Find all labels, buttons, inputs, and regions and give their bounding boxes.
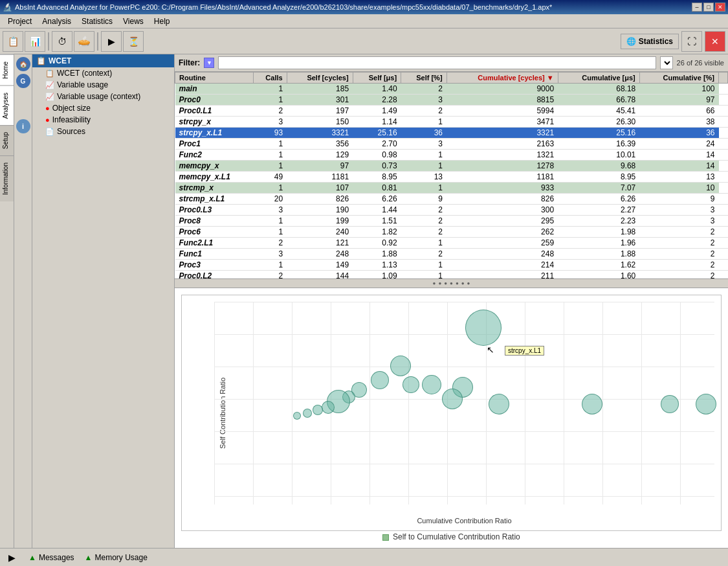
cell-value: 149 (287, 260, 353, 271)
chart-bubble[interactable] (390, 356, 411, 376)
chart-bubble[interactable] (293, 412, 301, 420)
chart-bubble[interactable] (313, 405, 323, 415)
cell-value: 1 (401, 150, 447, 161)
table-row[interactable]: Proc811991.5122952.233 (175, 216, 728, 227)
chart-bubble[interactable] (403, 376, 419, 393)
info-icon-btn[interactable]: i (16, 119, 30, 133)
cell-value: 2 (401, 84, 447, 95)
table-row[interactable]: Proc311491.1312141.622 (175, 260, 728, 271)
col-header-cum-cycles[interactable]: Cumulative [cycles] ▼ (447, 73, 558, 84)
table-row[interactable]: Proc013012.283881566.7897 (175, 95, 728, 106)
menu-views[interactable]: Views (118, 16, 149, 27)
nav-header-label: WCET (49, 56, 71, 65)
toolbar-btn-4[interactable]: 🥧 (74, 31, 94, 52)
chart-inner: strcpy_x.L1↖ (214, 302, 714, 504)
nav-item-variable-usage-context[interactable]: 📈 Variable usage (context) (32, 91, 174, 102)
col-header-routine[interactable]: Routine (175, 73, 254, 84)
nav-icon-infeasibility: ● (45, 116, 50, 124)
table-row[interactable]: Proc612401.8222621.982 (175, 227, 728, 238)
table-row[interactable]: strcpy_x31501.141347126.3038 (175, 117, 728, 128)
toolbar-close-btn[interactable]: ✕ (705, 31, 725, 52)
cell-value: 0.73 (353, 161, 401, 172)
play-button[interactable]: ▶ (5, 551, 18, 564)
home-icon-btn[interactable]: 🏠 (16, 57, 30, 71)
cell-value: 2 (639, 227, 718, 238)
table-row[interactable]: Func211290.981132110.0114 (175, 150, 728, 161)
chart-bubble[interactable] (371, 371, 389, 389)
analyses-icon-btn[interactable]: G (16, 74, 30, 88)
chart-bubble[interactable] (489, 394, 509, 414)
toolbar-btn-2[interactable]: 📊 (25, 31, 45, 52)
cell-value: 3 (253, 249, 287, 260)
table-row[interactable]: main11851.402900068.18100 (175, 84, 728, 95)
tab-setup[interactable]: Setup (0, 125, 14, 155)
toolbar-btn-3[interactable]: ⏱ (52, 31, 72, 52)
col-header-calls[interactable]: Calls (253, 73, 287, 84)
cell-value: 1 (401, 238, 447, 249)
toolbar-btn-1[interactable]: 📋 (3, 31, 23, 52)
chart-bubble[interactable] (422, 375, 441, 394)
nav-item-infeasibility[interactable]: ● Infeasibility (32, 114, 174, 126)
maximize-button[interactable]: □ (703, 3, 714, 12)
chart-x-label: Cumulative Contribution Ratio (417, 517, 511, 525)
chart-legend: Self to Cumulative Contribution Ratio (181, 532, 722, 541)
col-header-self-pct[interactable]: Self [%] (401, 73, 447, 84)
cell-value: 93 (253, 128, 287, 139)
main-layout: Home Analyses Setup Information 🏠 G i 📋 … (0, 54, 728, 548)
cell-value: 9 (639, 194, 718, 205)
table-row[interactable]: Proc113562.703216316.3924 (175, 139, 728, 150)
chart-bubble[interactable] (661, 395, 679, 413)
chart-bubble[interactable] (303, 409, 312, 418)
chart-tooltip: strcpy_x.L1 (505, 346, 544, 356)
cell-value: 8.95 (353, 172, 401, 183)
menu-help[interactable]: Help (149, 16, 175, 27)
col-header-cum-pct[interactable]: Cumulative [%] (639, 73, 718, 84)
table-row[interactable]: memcpy_x1970.73112789.6814 (175, 161, 728, 172)
menu-analysis[interactable]: Analysis (37, 16, 76, 27)
cell-value: 1.62 (558, 260, 639, 271)
nav-item-sources[interactable]: 📄 Sources (32, 126, 174, 137)
table-row[interactable]: strcpy_x.L193332125.1636332125.1636 (175, 128, 728, 139)
chart-bubble[interactable] (582, 394, 602, 414)
filter-input[interactable] (218, 56, 656, 69)
close-button[interactable]: ✕ (715, 3, 725, 12)
tab-home[interactable]: Home (0, 54, 14, 85)
col-header-self-cycles[interactable]: Self [cycles] (287, 73, 353, 84)
chart-bubble[interactable] (465, 310, 502, 346)
toolbar-btn-5[interactable]: ▶ (101, 31, 122, 52)
cell-routine: strcpy_x (175, 117, 254, 128)
table-row[interactable]: memcpy_x.L14911818.951311818.9513 (175, 172, 728, 183)
table-row[interactable]: Proc0.L121971.492599445.4166 (175, 106, 728, 117)
chart-bubble[interactable] (442, 389, 463, 409)
cell-value: 190 (287, 205, 353, 216)
nav-item-wcet-context[interactable]: 📋 WCET (context) (32, 67, 174, 79)
toolbar-resize-btn[interactable]: ⛶ (681, 31, 702, 52)
nav-item-variable-usage[interactable]: 📈 Variable usage (32, 79, 174, 91)
cell-value: 1.44 (353, 205, 401, 216)
toolbar-btn-6[interactable]: ⏳ (123, 31, 144, 52)
filter-dropdown[interactable] (660, 56, 673, 69)
table-row[interactable]: Proc0.L221441.0912111.602 (175, 271, 728, 280)
col-header-cum-us[interactable]: Cumulative [μs] (558, 73, 639, 84)
table-row[interactable]: Func2.L121210.9212591.962 (175, 238, 728, 249)
table-row[interactable]: Func132481.8822481.882 (175, 249, 728, 260)
col-header-self-us[interactable]: Self [μs] (353, 73, 401, 84)
table-row[interactable]: strcmp_x11070.8119337.0710 (175, 183, 728, 194)
statistics-button[interactable]: 🌐 Statistics (621, 34, 679, 49)
chart-bubble[interactable] (322, 401, 335, 414)
cell-value: 26.30 (558, 117, 639, 128)
cell-value: 2.23 (558, 216, 639, 227)
menu-statistics[interactable]: Statistics (76, 16, 118, 27)
cell-value: 933 (447, 183, 558, 194)
minimize-button[interactable]: – (692, 3, 702, 12)
chart-bubble[interactable] (696, 394, 716, 414)
cell-value: 10 (639, 183, 718, 194)
cell-value: 826 (447, 194, 558, 205)
menu-project[interactable]: Project (3, 16, 37, 27)
table-row[interactable]: strcmp_x.L1208266.2698266.269 (175, 194, 728, 205)
tab-information[interactable]: Information (0, 155, 14, 201)
tab-analyses[interactable]: Analyses (0, 85, 14, 126)
table-row[interactable]: Proc0.L331901.4423002.273 (175, 205, 728, 216)
cell-value: 1.40 (353, 84, 401, 95)
nav-item-object-size[interactable]: ● Object size (32, 102, 174, 114)
